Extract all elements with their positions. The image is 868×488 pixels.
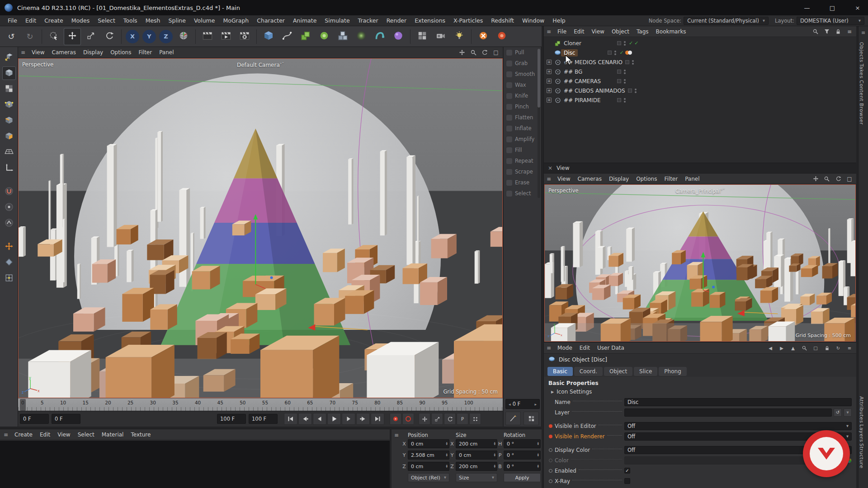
expand-icon[interactable]: + bbox=[547, 79, 552, 84]
hamburger-icon[interactable]: ≡ bbox=[547, 176, 551, 182]
pan-view-icon[interactable] bbox=[811, 175, 820, 183]
visibility-dots[interactable] bbox=[635, 89, 637, 93]
view-panel-menu-item[interactable]: Filter bbox=[660, 175, 681, 183]
position-x-field[interactable]: 0 cm▲▼ bbox=[408, 439, 449, 448]
visibility-dots[interactable] bbox=[624, 70, 626, 74]
sculpt-tool[interactable]: Select bbox=[504, 188, 541, 199]
material-menu-item[interactable]: View bbox=[54, 431, 74, 439]
menu-item[interactable]: Tools bbox=[119, 16, 142, 25]
add-light-button[interactable] bbox=[451, 28, 468, 45]
scale-tool-button[interactable] bbox=[82, 28, 99, 45]
menu-item[interactable]: Select bbox=[94, 16, 119, 25]
keyframe-dot-icon[interactable] bbox=[549, 435, 552, 438]
redo-button[interactable]: ↻ bbox=[21, 28, 38, 45]
preview-end-field[interactable]: 100 F bbox=[217, 414, 246, 424]
autokey-button[interactable] bbox=[402, 413, 414, 425]
panel-menu-icon[interactable]: ≡ bbox=[861, 30, 865, 36]
point-mode-button[interactable] bbox=[2, 98, 16, 112]
sculpt-tool[interactable]: Inflate bbox=[504, 123, 541, 134]
enabled-checkbox[interactable]: ✓ bbox=[624, 468, 630, 474]
refresh-icon[interactable]: ↻ bbox=[834, 344, 842, 352]
view-panel-tab[interactable]: View bbox=[557, 165, 569, 171]
side-tab[interactable]: Objects bbox=[859, 42, 864, 62]
next-frame-button[interactable] bbox=[342, 413, 355, 425]
tab-object[interactable]: Object bbox=[604, 367, 632, 376]
menu-item[interactable]: Edit bbox=[21, 16, 40, 25]
position-y-field[interactable]: 2.508 cm▲▼ bbox=[408, 450, 449, 460]
tab-slice[interactable]: Slice bbox=[634, 367, 657, 376]
rotate-tool-button[interactable] bbox=[101, 28, 118, 45]
workplane-snap-button[interactable] bbox=[2, 256, 16, 269]
xray-checkbox[interactable] bbox=[624, 478, 630, 484]
mograph-effector-button[interactable] bbox=[316, 28, 333, 45]
axis-mode-button[interactable] bbox=[2, 161, 16, 175]
pan-view-icon[interactable] bbox=[458, 48, 466, 56]
viewport-main[interactable]: Perspective Default Camera∘⁺ Grid Spacin… bbox=[18, 58, 503, 398]
viewport-menu-item[interactable]: View bbox=[28, 48, 48, 56]
render-settings-button[interactable] bbox=[236, 28, 253, 45]
key-parameter-toggle[interactable]: P bbox=[457, 413, 468, 425]
move-tool-button[interactable] bbox=[64, 28, 81, 45]
visibility-dots[interactable] bbox=[614, 51, 616, 55]
hamburger-icon[interactable]: ≡ bbox=[547, 28, 551, 35]
add-cube-button[interactable] bbox=[260, 28, 277, 45]
object-row-group[interactable]: + ## PIRAMIDE bbox=[544, 95, 856, 105]
menu-item[interactable]: Mesh bbox=[142, 16, 165, 25]
scrollbar[interactable] bbox=[538, 49, 540, 198]
layer-browse-button[interactable]: ▼ bbox=[844, 408, 852, 417]
coord-mode-dropdown[interactable]: Object (Rel)▼ bbox=[408, 473, 449, 482]
keyframe-dot-icon[interactable] bbox=[549, 424, 552, 428]
snap-settings-button[interactable] bbox=[2, 201, 16, 214]
rotation-p-field[interactable]: 0 °▲▼ bbox=[504, 450, 541, 460]
object-manager-menu-item[interactable]: View bbox=[588, 28, 608, 36]
layer-reset-button[interactable]: ↺ bbox=[834, 408, 842, 417]
next-key-button[interactable] bbox=[356, 413, 370, 425]
layer-chip[interactable] bbox=[617, 41, 621, 45]
live-selection-button[interactable] bbox=[45, 28, 62, 45]
goto-start-button[interactable] bbox=[284, 413, 297, 425]
make-editable-button[interactable] bbox=[2, 51, 16, 64]
keyframe-ring-icon[interactable] bbox=[549, 448, 552, 452]
attributes-menu-item[interactable]: User Data bbox=[594, 344, 628, 352]
enabled-check-icon[interactable]: ✓ bbox=[629, 40, 633, 46]
sculpt-tool[interactable]: Repeat bbox=[504, 155, 541, 166]
enable-axis-button[interactable] bbox=[2, 240, 16, 253]
object-row-group[interactable]: + ## CAMERAS bbox=[544, 76, 856, 86]
viewport-menu-item[interactable]: Options bbox=[107, 48, 135, 56]
lock-z-axis-button[interactable]: Z bbox=[159, 30, 173, 43]
hamburger-icon[interactable]: ≡ bbox=[4, 432, 8, 438]
sculpt-tool[interactable]: Erase bbox=[504, 177, 541, 188]
timeline-ruler[interactable]: 0510152025303540455055606570758085909510… bbox=[18, 398, 503, 411]
search-icon[interactable] bbox=[800, 344, 808, 352]
side-tab[interactable]: Layers bbox=[859, 424, 864, 442]
hamburger-icon[interactable]: ≡ bbox=[547, 345, 551, 351]
side-tab[interactable]: Takes bbox=[859, 64, 864, 79]
size-x-field[interactable]: 200 cm▲▼ bbox=[456, 439, 497, 448]
keying-panel-button[interactable] bbox=[524, 412, 539, 425]
anim-start-field[interactable]: 0 F bbox=[20, 414, 49, 424]
search-icon[interactable] bbox=[811, 28, 820, 36]
position-z-field[interactable]: 0 cm▲▼ bbox=[408, 462, 449, 471]
attributes-menu-item[interactable]: Mode bbox=[554, 344, 576, 352]
panel-menu-icon[interactable]: ≡ bbox=[845, 28, 854, 36]
anim-end-field[interactable]: 100 F bbox=[249, 414, 278, 424]
camera-label[interactable]: Camera_Principal∘⁺ bbox=[545, 188, 855, 194]
object-manager-menu-item[interactable]: Edit bbox=[570, 28, 588, 36]
menu-item[interactable]: Redshift bbox=[487, 16, 518, 25]
enabled-check-icon[interactable]: ✓ bbox=[619, 50, 623, 56]
layer-chip[interactable] bbox=[617, 79, 621, 83]
menu-item[interactable]: Create bbox=[40, 16, 67, 25]
sculpt-tool[interactable]: Knife bbox=[504, 90, 541, 101]
rotate-view-icon[interactable] bbox=[481, 48, 489, 56]
add-camera-button[interactable] bbox=[432, 28, 449, 45]
material-menu-item[interactable]: Material bbox=[98, 431, 127, 439]
tab-phong[interactable]: Phong bbox=[659, 367, 686, 376]
goto-end-button[interactable] bbox=[371, 413, 384, 425]
tab-coord[interactable]: Coord. bbox=[574, 367, 603, 376]
object-row-group[interactable]: + ## MEDIOS CENARIO bbox=[544, 57, 856, 67]
render-view-button[interactable] bbox=[199, 28, 216, 45]
object-manager-menu-item[interactable]: Tags bbox=[633, 28, 652, 36]
view-panel-menu-item[interactable]: Cameras bbox=[574, 175, 605, 183]
expand-icon[interactable]: + bbox=[547, 88, 552, 93]
menu-item[interactable]: Render bbox=[382, 16, 411, 25]
